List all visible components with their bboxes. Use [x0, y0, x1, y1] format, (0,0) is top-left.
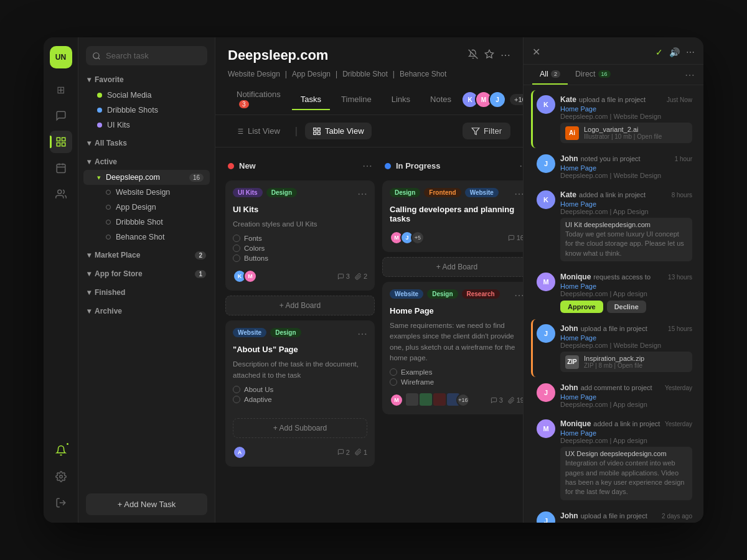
tab-tasks[interactable]: Tasks [292, 90, 330, 110]
table-view-button[interactable]: Table View [305, 123, 372, 139]
add-subboard-button[interactable]: + Add Subboard [233, 418, 367, 438]
message-item[interactable]: K Kate added a link in project 8 hours H… [531, 185, 696, 266]
right-panel: ✕ ✓ 🔊 ⋯ All 2 Direct 16 ⋯ K [523, 37, 703, 523]
bell-slash-icon[interactable] [468, 49, 478, 62]
tasks-icon[interactable] [50, 131, 72, 153]
dashboard-icon[interactable]: ⊞ [50, 78, 72, 101]
msg-avatar: M [537, 273, 555, 291]
all-tasks-header[interactable]: ▾ All Tasks [83, 135, 210, 151]
active-header[interactable]: ▾ Active [83, 154, 210, 170]
svg-rect-23 [314, 132, 316, 134]
svg-rect-4 [57, 164, 65, 173]
calendar-icon[interactable] [50, 157, 72, 179]
svg-marker-14 [485, 50, 493, 58]
card-menu-icon[interactable]: ⋯ [514, 289, 523, 301]
card-menu-icon[interactable]: ⋯ [514, 188, 523, 200]
add-board-button-new[interactable]: + Add Board [225, 296, 375, 315]
market-place-section: ▾ Market Place 2 [78, 247, 215, 263]
add-board-button-progress[interactable]: + Add Board [382, 257, 523, 277]
more-icon[interactable]: ⋯ [500, 49, 510, 62]
message-item[interactable]: J John add comment to project Yesterday … [531, 378, 696, 413]
sidebar-item-ui-kits[interactable]: UI Kits [83, 118, 210, 133]
nav-tabs: Notifications 3 Tasks Timeline Links Not… [228, 85, 510, 114]
archive-header[interactable]: ▾ Archive [83, 303, 210, 319]
close-icon[interactable]: ✕ [532, 46, 540, 58]
tag: Website [465, 188, 499, 197]
thumbnail [406, 393, 418, 406]
message-item[interactable]: M Monique added a link in project Yester… [531, 414, 696, 505]
check-icon[interactable]: ✓ [655, 47, 663, 57]
checklist-item: Wireframe [390, 378, 523, 386]
notifications-icon[interactable] [50, 439, 72, 462]
msg-link: UI Kit deepsleepdesign.com Today we get … [560, 218, 692, 261]
user-avatar[interactable]: UN [50, 46, 72, 68]
team-icon[interactable] [50, 183, 72, 205]
market-place-header[interactable]: ▾ Market Place 2 [83, 247, 210, 263]
col-status-dot [228, 163, 234, 169]
svg-marker-25 [472, 128, 479, 134]
svg-line-12 [98, 57, 100, 59]
dot-icon [97, 123, 102, 128]
message-item[interactable]: J John upload a file in project 2 days a… [531, 506, 696, 523]
approve-button[interactable]: Approve [560, 301, 603, 313]
checklist-item: Examples [390, 368, 523, 376]
sidebar-item-dribbble-shot[interactable]: Dribbble Shot [83, 215, 210, 230]
archive-section: ▾ Archive [78, 303, 215, 319]
msg-attachment: Ai Logo_variant_2.ai Illustrator | 10 mb… [560, 123, 692, 143]
tag: Website [233, 328, 266, 337]
col-status-dot [385, 163, 391, 169]
message-item[interactable]: J John noted you in project 1 hour Home … [531, 149, 696, 184]
column-new: New ⋯ UI Kits Design ⋯ UI Kits Creation … [225, 156, 375, 514]
message-item[interactable]: M Monique requests access to 13 hours Ho… [531, 268, 696, 318]
svg-rect-21 [314, 128, 316, 130]
checklist-item: Adaptive [233, 396, 367, 403]
msg-avatar: K [537, 95, 555, 114]
column-in-progress: In Progress ⋯ Design Frontend Website ⋯ … [382, 156, 523, 514]
finished-header[interactable]: ▾ Finished [83, 284, 210, 301]
tag: Design [427, 289, 458, 299]
tag: Design [266, 188, 297, 197]
msg-avatar: M [537, 419, 555, 438]
list-view-button[interactable]: List View [228, 123, 288, 139]
favorite-header[interactable]: ▾ Favorite [83, 72, 210, 88]
card-stats: 16 [508, 234, 523, 241]
tab-timeline[interactable]: Timeline [332, 90, 380, 110]
rp-header: ✕ ✓ 🔊 ⋯ [524, 37, 703, 65]
sidebar-item-dribbble-shots[interactable]: Dribbble Shots [83, 103, 210, 118]
tab-links[interactable]: Links [383, 90, 419, 110]
message-item[interactable]: J John upload a file in project 15 hours… [531, 319, 696, 377]
add-new-task-button[interactable]: + Add New Task [86, 493, 207, 515]
msg-link: UX Design deepsleepdesign.com Integratio… [560, 447, 692, 500]
decline-button[interactable]: Decline [607, 301, 646, 313]
rp-menu-icon[interactable]: ⋯ [685, 69, 695, 81]
sidebar-item-behance-shot[interactable]: Behance Shot [83, 230, 210, 245]
svg-rect-24 [317, 132, 320, 134]
message-item[interactable]: K Kate upload a file in project Just Now… [531, 90, 696, 148]
sidebar-item-deepsleep[interactable]: ▾ Deepsleep.com 16 [83, 170, 210, 185]
chat-icon[interactable] [50, 105, 72, 127]
msg-avatar: J [537, 154, 555, 173]
rp-tab-all[interactable]: All 2 [532, 65, 568, 85]
app-for-store-header[interactable]: ▾ App for Store 1 [83, 266, 210, 282]
col-menu-icon[interactable]: ⋯ [362, 160, 372, 172]
tab-notifications[interactable]: Notifications 3 [228, 85, 289, 114]
card-avatar-more: +16 [456, 393, 470, 407]
project-title: Deepsleep.com [228, 47, 328, 63]
msg-attachment: ZIP Inspiration_pack.zip ZIP | 8 mb | Op… [560, 352, 692, 372]
speaker-icon[interactable]: 🔊 [669, 47, 680, 57]
card-menu-icon[interactable]: ⋯ [357, 188, 367, 200]
search-input[interactable]: Search task [86, 46, 207, 65]
settings-icon[interactable] [50, 465, 72, 488]
card-menu-icon[interactable]: ⋯ [357, 328, 367, 340]
tab-notes[interactable]: Notes [421, 90, 460, 110]
logout-icon[interactable] [50, 492, 72, 514]
filter-button[interactable]: Filter [463, 123, 510, 139]
svg-line-13 [469, 50, 478, 59]
sidebar-item-website-design[interactable]: Website Design [83, 185, 210, 200]
sidebar-item-social-media[interactable]: Social Media [83, 88, 210, 103]
rp-tab-direct[interactable]: Direct 16 [568, 65, 618, 85]
card-checklist: About Us Adaptive [233, 386, 367, 403]
star-icon[interactable] [484, 49, 494, 62]
sidebar-item-app-design[interactable]: App Design [83, 200, 210, 215]
more-icon[interactable]: ⋯ [686, 47, 695, 57]
